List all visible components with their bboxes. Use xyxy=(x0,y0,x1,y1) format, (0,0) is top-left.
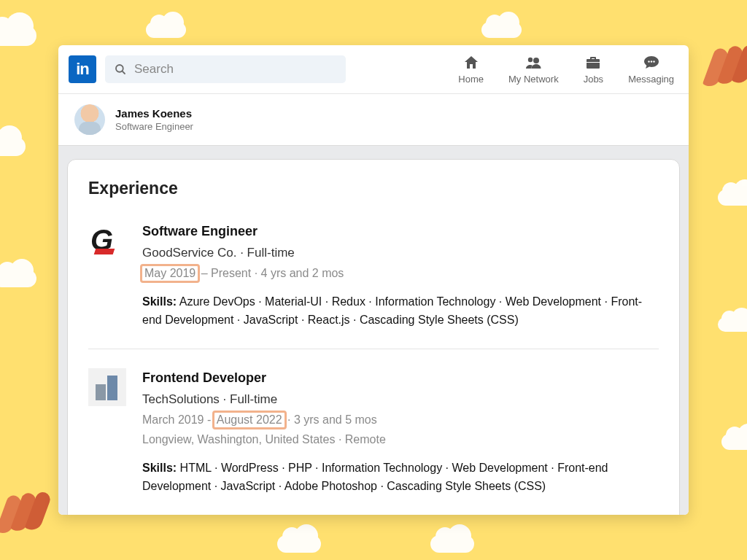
search-icon xyxy=(114,63,127,76)
profile-title: Software Engineer xyxy=(115,121,193,132)
experience-item: Frontend Developer TechSolutions · Full-… xyxy=(88,349,659,515)
svg-point-2 xyxy=(528,58,533,62)
people-icon xyxy=(523,54,543,71)
date-highlight: August 2022 xyxy=(212,411,287,429)
search-bar[interactable] xyxy=(105,55,346,83)
cloud-decoration xyxy=(146,22,186,38)
nav-label: My Network xyxy=(508,74,559,85)
nav-home[interactable]: Home xyxy=(458,54,484,85)
job-company-line: TechSolutions · Full-time xyxy=(142,390,659,409)
search-input[interactable] xyxy=(134,62,337,77)
cloud-decoration xyxy=(0,26,36,46)
nav-jobs[interactable]: Jobs xyxy=(584,54,603,85)
job-location: Longview, Washington, United States · Re… xyxy=(142,431,659,449)
cloud-decoration xyxy=(481,22,522,38)
nav-network[interactable]: My Network xyxy=(508,54,559,85)
nav-label: Jobs xyxy=(584,74,603,85)
svg-point-6 xyxy=(653,61,654,62)
svg-point-5 xyxy=(650,61,651,62)
job-dates: May 2019 – Present · 4 yrs and 2 mos xyxy=(142,264,659,283)
page-canvas: Experience Software Engineer GoodService… xyxy=(58,145,689,515)
cloud-decoration xyxy=(430,535,474,553)
experience-heading: Experience xyxy=(88,179,659,198)
top-nav: in Home xyxy=(58,45,689,94)
profile-name: James Koenes xyxy=(115,107,193,120)
cloud-decoration xyxy=(0,137,26,156)
cloud-decoration xyxy=(721,434,747,450)
home-icon xyxy=(462,54,481,71)
profile-strip: James Koenes Software Engineer xyxy=(58,94,689,145)
accent-decoration xyxy=(0,481,55,544)
job-company-line: GoodService Co. · Full-time xyxy=(142,244,659,262)
nav-label: Home xyxy=(458,74,484,85)
job-role: Software Engineer xyxy=(142,222,659,242)
briefcase-icon xyxy=(584,54,603,71)
date-separator: – xyxy=(198,267,211,279)
skills-label: Skills: xyxy=(142,295,177,308)
experience-item: Software Engineer GoodService Co. · Full… xyxy=(88,214,659,349)
chat-icon xyxy=(641,54,662,71)
job-skills: Skills: HTML · WordPress · PHP · Informa… xyxy=(142,459,659,496)
svg-line-1 xyxy=(122,71,125,74)
linkedin-logo[interactable]: in xyxy=(69,55,96,83)
avatar[interactable] xyxy=(74,104,105,135)
svg-point-3 xyxy=(533,58,539,63)
cloud-decoration xyxy=(0,270,36,287)
job-dates: March 2019 - August 2022 · 3 yrs and 5 m… xyxy=(142,411,659,429)
company-logo[interactable] xyxy=(88,368,126,406)
date-rest: Present · 4 yrs and 2 mos xyxy=(211,267,344,279)
date-suffix: · 3 yrs and 5 mos xyxy=(285,413,377,426)
skills-list: Azure DevOps · Material-UI · Redux · Inf… xyxy=(142,295,642,326)
accent-decoration xyxy=(703,34,747,97)
nav-label: Messaging xyxy=(628,74,674,85)
date-highlight: May 2019 xyxy=(140,264,200,283)
job-role: Frontend Developer xyxy=(142,368,659,389)
app-window: in Home xyxy=(58,45,689,515)
nav-messaging[interactable]: Messaging xyxy=(628,54,674,85)
svg-point-4 xyxy=(648,61,649,62)
company-logo[interactable] xyxy=(88,222,126,260)
cloud-decoration xyxy=(718,317,747,332)
experience-card: Experience Software Engineer GoodService… xyxy=(67,159,680,515)
skills-list: HTML · WordPress · PHP · Information Tec… xyxy=(142,462,608,492)
date-prefix: March 2019 - xyxy=(142,413,214,426)
job-skills: Skills: Azure DevOps · Material-UI · Red… xyxy=(142,293,659,330)
cloud-decoration xyxy=(277,535,321,553)
skills-label: Skills: xyxy=(142,462,177,474)
nav-items: Home My Network xyxy=(458,54,674,85)
cloud-decoration xyxy=(718,190,747,206)
